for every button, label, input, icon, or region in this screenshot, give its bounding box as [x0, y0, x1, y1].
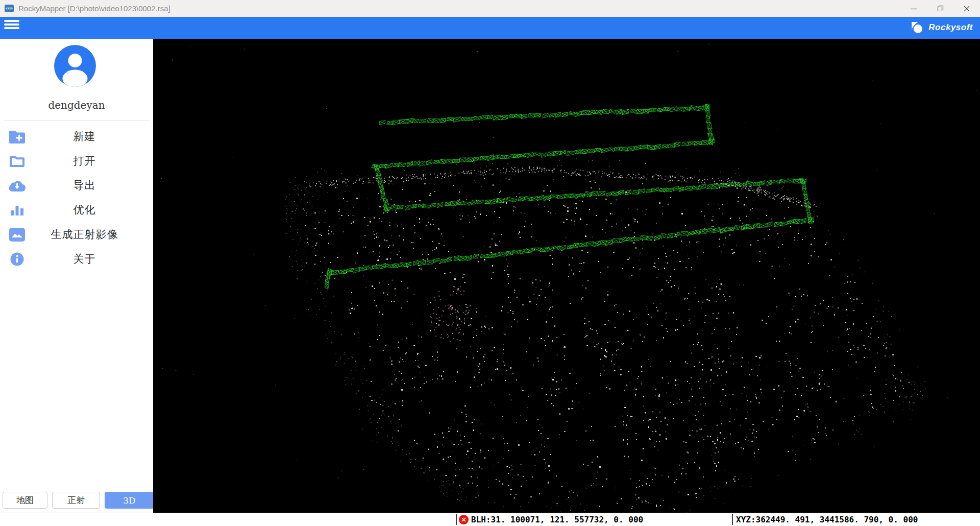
brand: Rockysoft: [911, 21, 973, 34]
image-icon: [8, 228, 26, 242]
sidebar: dengdeyan 新建打开导出优化生成正射影像关于 地图正射3D: [0, 39, 153, 513]
user-avatar[interactable]: [54, 45, 96, 87]
sidebar-item-label: 生成正射影像: [26, 227, 143, 242]
hamburger-bar: [4, 20, 19, 22]
titlebar: RockyMapper [D:\photo\video1023\0002.rsa…: [0, 0, 980, 17]
sidebar-item-5[interactable]: 生成正射影像: [0, 222, 153, 247]
rockysoft-logo-icon: [911, 21, 924, 34]
statusbar: ✕ BLH:31. 100071, 121. 557732, 0. 000 XY…: [0, 513, 980, 526]
hamburger-bar: [4, 23, 19, 26]
cloud-download-icon: [8, 179, 26, 192]
statusbar-divider: [456, 514, 457, 525]
window-controls: [900, 0, 980, 17]
sidebar-item-2[interactable]: 打开: [0, 149, 153, 173]
hamburger-menu-button[interactable]: [4, 20, 19, 31]
view-tabs: 地图正射3D: [3, 492, 154, 509]
brand-name: Rockysoft: [928, 22, 973, 33]
sidebar-divider: [4, 120, 149, 121]
statusbar-divider: [732, 514, 733, 525]
close-button[interactable]: [953, 0, 980, 17]
sidebar-item-label: 导出: [26, 178, 143, 193]
sidebar-item-4[interactable]: 优化: [0, 198, 153, 222]
app-icon: [5, 5, 14, 12]
sidebar-item-label: 关于: [26, 252, 143, 266]
restore-button[interactable]: [927, 0, 953, 17]
sidebar-item-3[interactable]: 导出: [0, 173, 153, 198]
info-icon: [8, 252, 26, 266]
sidebar-nav: 新建打开导出优化生成正射影像关于: [0, 124, 153, 271]
hamburger-bar: [4, 27, 19, 29]
xyz-coordinates: XYZ:362449. 491, 3441586. 790, 0. 000: [736, 515, 918, 524]
username: dengdeyan: [0, 99, 153, 111]
app-window: RockyMapper [D:\photo\video1023\0002.rsa…: [0, 0, 980, 526]
sidebar-item-1[interactable]: 新建: [0, 124, 153, 149]
sidebar-item-6[interactable]: 关于: [0, 247, 153, 271]
viewport-3d: [153, 39, 980, 513]
bar-chart-icon: [8, 204, 26, 217]
window-title: RockyMapper [D:\photo\video1023\0002.rsa…: [18, 4, 170, 13]
blh-coordinates: BLH:31. 100071, 121. 557732, 0. 000: [471, 515, 643, 524]
sidebar-item-label: 优化: [26, 203, 143, 217]
header-bar: Rockysoft: [0, 17, 980, 39]
point-cloud-canvas[interactable]: [153, 39, 980, 513]
folder-open-icon: [8, 155, 26, 168]
tab-ortho[interactable]: 正射: [52, 492, 100, 509]
sidebar-item-label: 新建: [26, 129, 143, 144]
tab-map[interactable]: 地图: [3, 492, 47, 509]
sidebar-item-label: 打开: [26, 154, 143, 168]
minimize-button[interactable]: [900, 0, 927, 17]
error-status-icon: ✕: [459, 515, 469, 524]
tab-3d[interactable]: 3D: [105, 492, 154, 509]
folder-plus-icon: [8, 130, 26, 144]
